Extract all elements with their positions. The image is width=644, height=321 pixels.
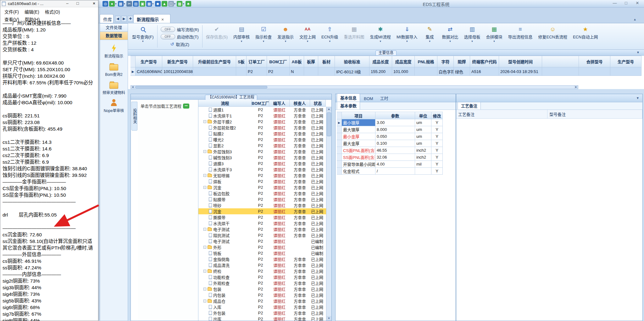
- collapse-box-icon[interactable]: -: [203, 288, 206, 290]
- cancel-button[interactable]: ↺ 取消(Z): [161, 41, 199, 48]
- process-tree-row[interactable]: 退膜1P2谭丽红方幸幸已上网: [198, 107, 331, 113]
- column-header-process[interactable]: 流程: [198, 100, 252, 107]
- dropdown-arrow-icon[interactable]: ▾: [182, 2, 185, 5]
- sidebar-item-Bom查询2[interactable]: Bom查询2: [100, 63, 128, 77]
- apps-icon[interactable]: ▦▾: [146, 1, 154, 7]
- column-header-status[interactable]: 状态: [310, 100, 326, 107]
- dropdown-arrow-icon[interactable]: ▾: [152, 2, 154, 5]
- sidebar-button-file-processing[interactable]: 文件处理: [100, 24, 128, 32]
- column-header[interactable]: 板材: [318, 56, 335, 67]
- param-value[interactable]: 32.06: [375, 154, 415, 161]
- column-header-checker[interactable]: 核查人: [290, 100, 310, 107]
- tab-bom[interactable]: BOM: [361, 95, 376, 102]
- column-header[interactable]: PNL规格: [415, 56, 437, 67]
- column-header[interactable]: 板厚: [304, 56, 318, 67]
- param-value[interactable]: 0.050: [375, 133, 415, 140]
- sheet-icon[interactable]: ▤: [133, 1, 139, 7]
- tab-scroll-right-icon[interactable]: ▶: [121, 16, 127, 22]
- column-header-unit[interactable]: 单位: [415, 112, 431, 119]
- select-mother-board-button[interactable]: ▥选择母板▾: [461, 24, 483, 49]
- close-button[interactable]: ✕: [634, 1, 641, 5]
- package-icon[interactable]: ◫▾: [168, 1, 176, 7]
- process-tree-row[interactable]: 阻抗测试P2谭丽红方幸幸已上网: [198, 232, 331, 238]
- leaf-icon[interactable]: ♣: [186, 1, 191, 7]
- subtab-basic-params[interactable]: 基本参数: [337, 102, 360, 110]
- process-tree-row[interactable]: -沉金P2谭丽红方幸幸已上网: [198, 184, 331, 190]
- maximize-button[interactable]: □: [75, 1, 81, 6]
- enable-modify-toggle[interactable]: OFF: [161, 34, 175, 39]
- column-header-writer[interactable]: 编写人: [269, 100, 290, 107]
- scroll-right-icon[interactable]: ►: [574, 86, 578, 89]
- repair-ecn-flow-button[interactable]: ☺修复ECN丢流程: [536, 24, 570, 49]
- column-header-item[interactable]: 项目: [342, 112, 375, 119]
- data-compare-button[interactable]: ⇄数据对比▾: [439, 24, 461, 49]
- process-tree-row[interactable]: 贴膜带P2谭丽红方幸幸已上网: [198, 196, 331, 202]
- process-tree-row[interactable]: 退膜3P2谭丽红方幸幸已上网: [198, 160, 331, 166]
- dropdown-arrow-icon[interactable]: ▾: [115, 2, 117, 5]
- scrollbar-thumb[interactable]: [327, 112, 331, 136]
- param-row[interactable]: 最小金厚0.050umY: [337, 133, 443, 140]
- merge-module-button[interactable]: ▦合拼模块▾: [483, 24, 505, 49]
- column-header[interactable]: 升级前旧生产型号: [193, 56, 236, 67]
- process-tree-row[interactable]: 喷砂P2谭丽红方幸幸已上网: [198, 202, 331, 208]
- column-header[interactable]: AB板: [290, 56, 304, 67]
- process-tree-row[interactable]: -无铅喷锡P2谭丽红方幸幸已上网: [198, 172, 331, 178]
- process-tree-row[interactable]: 碱性蚀刻3P2谭丽红方幸幸已上网: [198, 155, 331, 160]
- dropdown-arrow-icon[interactable]: ▾: [124, 2, 126, 5]
- process-tree-row[interactable]: 曝光2P2谭丽红方幸幸已上网: [198, 137, 331, 143]
- process-tree-row[interactable]: 入库P2谭丽红方幸幸已上网: [198, 304, 331, 310]
- close-button[interactable]: ×: [91, 1, 97, 6]
- process-tree-row[interactable]: 水洗烘干3P2谭丽红方幸幸已上网: [198, 166, 331, 172]
- collapse-box-icon[interactable]: -: [203, 186, 206, 189]
- paste-icon[interactable]: ▣: [140, 1, 145, 7]
- vertical-scrollbar[interactable]: ▲ ▼: [326, 107, 331, 321]
- param-row[interactable]: 开窗导体最小间距4.00milY: [337, 161, 443, 168]
- minimize-button[interactable]: —: [611, 1, 618, 5]
- tab-basic-info[interactable]: 基本信息: [337, 93, 360, 102]
- scroll-left-icon[interactable]: ◄: [131, 86, 135, 89]
- column-header[interactable]: BOM工厂: [267, 56, 290, 67]
- tab-partial[interactable]: 件库: [100, 14, 114, 23]
- process-tree-row[interactable]: 水洗烘干1P2谭丽红方幸幸已上网: [198, 113, 331, 119]
- process-tree-row[interactable]: 外观检查P2谭丽红方幸幸已上网: [198, 280, 331, 286]
- integrate-button[interactable]: ✎集成▾: [420, 24, 439, 49]
- scrollbar-thumb[interactable]: [135, 86, 267, 88]
- export-flow-info-button[interactable]: ≡导出流程信息: [505, 24, 535, 49]
- column-header-modify[interactable]: 修改: [431, 112, 443, 119]
- column-header[interactable]: 阻焊: [454, 56, 470, 67]
- collapse-box-icon[interactable]: -: [203, 246, 206, 249]
- process-tree-row[interactable]: 显影2P2谭丽红方幸幸已上网: [198, 143, 331, 149]
- minimize-button[interactable]: –: [64, 1, 70, 6]
- process-tree-row[interactable]: 铣板P2谭丽红已编制: [198, 250, 331, 256]
- globe-icon[interactable]: ●▾: [109, 1, 117, 7]
- param-row[interactable]: 最大镍厚8.000umY: [337, 126, 443, 133]
- sidebar-item-Nope单审核[interactable]: Nope单审核: [100, 99, 128, 113]
- column-header[interactable]: 终端客户代码: [470, 56, 499, 67]
- process-tree-row[interactable]: -成品仓P2谭丽红方幸幸已上网: [198, 298, 331, 304]
- process-tree-row[interactable]: -电子测试P2谭丽红方幸幸已上网: [198, 226, 331, 232]
- sidebar-item-频审关键物料[interactable]: 频审关键物料: [100, 81, 128, 95]
- chart-icon[interactable]: ▲: [162, 1, 167, 7]
- param-row[interactable]: 化金程式/Y: [337, 168, 443, 175]
- tab-scroll-left-icon[interactable]: ◀: [115, 16, 120, 22]
- process-tree-row[interactable]: 撕膜带P2谭丽红方幸幸已上网: [198, 214, 331, 220]
- column-header[interactable]: 新生产型号: [162, 56, 193, 67]
- process-tree-row[interactable]: -终检P2谭丽红方幸幸已上网: [198, 268, 331, 274]
- menu-edit[interactable]: 编辑(E): [22, 8, 42, 15]
- collapse-box-icon[interactable]: -: [203, 270, 206, 273]
- column-header[interactable]: S板: [236, 56, 247, 67]
- flow-side-tab[interactable]: 投料相关: [131, 102, 137, 131]
- sidebar-item-新流程指示[interactable]: 新流程指示: [100, 44, 128, 59]
- process-tree-row[interactable]: -外形P2谭丽红已编制: [198, 244, 331, 250]
- process-tree-row[interactable]: -外层蚀刻3P2谭丽红方幸幸已上网: [198, 149, 331, 155]
- column-header-bom-factory[interactable]: BOM工厂: [252, 100, 269, 107]
- ribbon-collapse-icon[interactable]: ▲: [633, 18, 636, 21]
- column-header[interactable]: 验收标准: [335, 56, 369, 67]
- tab-work-hours[interactable]: 工时: [377, 94, 391, 102]
- column-header[interactable]: 字符: [437, 56, 454, 67]
- process-tree-row[interactable]: 出库P2谭丽红方幸幸已上网: [198, 316, 331, 321]
- process-tree-row[interactable]: 电子测试P2谭丽红已编制: [198, 238, 331, 244]
- notepad-text-area[interactable]: ——广州兴森快捷拼板信息——成品板厚(MM): 1.20交货单位 : S生产拼板…: [3, 20, 97, 321]
- maximize-button[interactable]: □: [623, 1, 630, 5]
- sidebar-button-data-management[interactable]: 数据管理: [100, 32, 128, 40]
